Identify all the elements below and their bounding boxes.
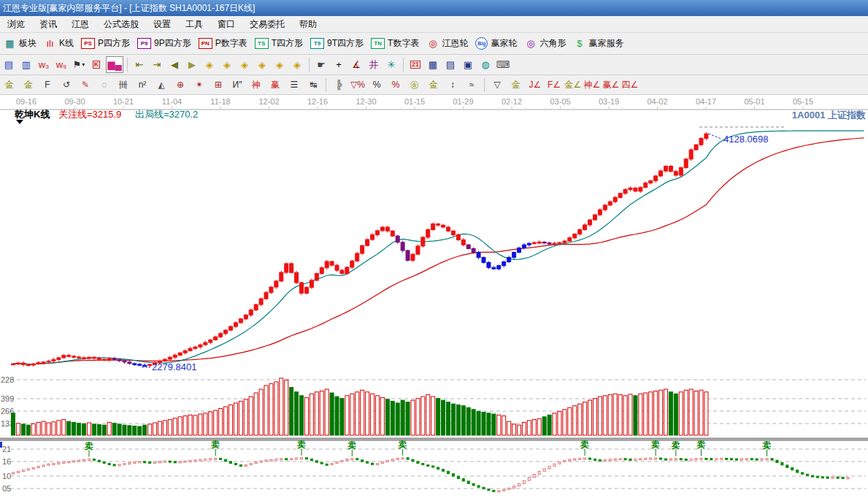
percent-tri-button[interactable]: ▽% [349, 77, 366, 93]
doc-blue-button[interactable]: ▤ [1, 57, 17, 72]
candle-body [466, 245, 470, 248]
gold-grid1-button[interactable]: 金 [1, 77, 18, 93]
cup-icon: ▽ [493, 80, 500, 89]
p-square-button[interactable]: PSP四方形 [81, 37, 130, 50]
kline-frame-button[interactable]: K [88, 57, 104, 72]
calculator-button[interactable]: ▦ [425, 57, 441, 72]
indicator-name-label[interactable]: 乾坤K线 [15, 109, 50, 120]
indicator-dropdown-icon[interactable] [16, 120, 23, 124]
gold-circle-button[interactable]: ㊎ [406, 77, 423, 93]
t-table-button[interactable]: TNT数字表 [371, 37, 419, 50]
workstation-button[interactable]: ⌨ [495, 57, 511, 72]
zoom-h-button[interactable]: ◈ [237, 57, 253, 72]
chart-canvas[interactable]: 09-1609-3010-2111-0411-1812-0212-1612-30… [0, 95, 868, 498]
crosshair-button[interactable]: + [331, 57, 347, 72]
menu-item-2[interactable]: 江恩 [64, 18, 96, 31]
menu-item-1[interactable]: 资讯 [32, 18, 64, 31]
t-square-button[interactable]: TST四方形 [255, 37, 303, 50]
ying-angle-button[interactable]: 赢∠ [602, 77, 620, 93]
toolbar-separator [326, 78, 326, 92]
ying-button[interactable]: 赢 [266, 77, 284, 93]
kline-button[interactable]: ılıK线 [44, 37, 74, 50]
winner-wheel-button[interactable]: Big赢家轮 [475, 37, 517, 50]
candle-body [92, 357, 96, 359]
stats-frame-button[interactable]: ╠ [330, 77, 347, 93]
spiral-button[interactable]: ↺ [58, 77, 75, 93]
9t-square-button[interactable]: T99T四方形 [310, 37, 364, 50]
smart-button[interactable]: ✳ [383, 57, 399, 72]
gann-web-button[interactable]: ✴ [191, 77, 208, 93]
chart-style-button[interactable]: ▆▄ [106, 56, 123, 73]
n-square-button[interactable]: n² [134, 77, 151, 93]
boxed-web-button[interactable]: ⊞ [210, 77, 227, 93]
compress-button[interactable]: ◈ [254, 57, 270, 72]
next-bar-button[interactable]: ▶ [184, 57, 200, 72]
speed-line-button[interactable]: И″ [228, 77, 246, 93]
menu-item-5[interactable]: 工具 [178, 18, 210, 31]
gann-grid-button[interactable]: 井 [366, 57, 382, 72]
panel-splitter[interactable] [0, 438, 868, 441]
f-grid-button[interactable]: F [39, 77, 56, 93]
p-table-button[interactable]: PNP数字表 [199, 37, 247, 50]
gold-angle-button[interactable]: 金∠ [564, 77, 582, 93]
indicator-mark [533, 474, 535, 477]
hexagon-button[interactable]: ◎六角形 [524, 37, 566, 50]
wave9-button[interactable]: w₉ [53, 57, 69, 72]
price-mark-button[interactable]: ↕ [444, 77, 461, 93]
menu-item-4[interactable]: 设置 [146, 18, 178, 31]
calendar-button[interactable]: 21 [407, 57, 423, 72]
j-angle-button[interactable]: J∠ [526, 77, 544, 93]
si-angle-button[interactable]: 四∠ [621, 77, 639, 93]
sector-button[interactable]: ▦板块 [4, 37, 37, 50]
burst-button[interactable]: ◈ [272, 57, 288, 72]
web-icon: ✴ [196, 80, 203, 89]
zoom-right-button[interactable]: ◈ [219, 57, 235, 72]
wave3-button[interactable]: w₃ [36, 57, 52, 72]
menu-item-3[interactable]: 公式选股 [96, 18, 146, 31]
indicator-mark [47, 464, 50, 465]
flag-button[interactable]: ⚑▾ [71, 57, 87, 72]
indicator-mark [381, 462, 383, 464]
brush-button[interactable]: ✎ [77, 77, 94, 93]
menu-item-8[interactable]: 帮助 [292, 18, 324, 31]
ruler123-button[interactable]: ☰ [285, 77, 303, 93]
save-button[interactable]: ▣ [460, 57, 476, 72]
expand-button[interactable]: ◈ [289, 57, 305, 72]
date-label: 12-30 [356, 97, 376, 106]
last-bar-button[interactable]: ⇥ [149, 57, 165, 72]
9p-square-button[interactable]: P99P四方形 [137, 37, 191, 50]
zoom-left-button[interactable]: ◈ [201, 57, 218, 72]
hand-button[interactable]: ☛ [313, 57, 329, 72]
angle-measure-button[interactable]: ∡ [348, 57, 364, 72]
chart-area[interactable]: 09-1609-3010-2111-0411-1812-0212-1612-30… [0, 95, 868, 498]
menu-item-0[interactable]: 浏览 [0, 18, 32, 31]
winner-service-button[interactable]: $赢家服务 [573, 37, 623, 50]
wave-fit-button[interactable]: ≈ [463, 77, 480, 93]
shen-angle-button[interactable]: 神∠ [583, 77, 601, 93]
first-bar-button[interactable]: ⇤ [131, 57, 147, 72]
width-measure-button[interactable]: ↹ [304, 77, 322, 93]
tick-ruler-button[interactable]: 卌 [115, 77, 132, 93]
n2-icon: n² [139, 80, 147, 89]
angle-a-button[interactable]: ◭ [153, 77, 170, 93]
circle-cross-button[interactable]: ⊕ [172, 77, 189, 93]
f-angle-button[interactable]: F∠ [545, 77, 563, 93]
gold-grid2-button[interactable]: 金 [20, 77, 37, 93]
percent-line-button[interactable]: % [387, 77, 404, 93]
gold-line-button[interactable]: 金 [507, 77, 525, 93]
compass-button[interactable]: ◌ [96, 77, 113, 93]
gold-lines-button[interactable]: 金 [425, 77, 442, 93]
notes-button[interactable]: ▤ [442, 57, 458, 72]
web-button[interactable]: ◍ [477, 57, 493, 72]
indicator-mark [412, 459, 414, 461]
cup-button[interactable]: ▽ [488, 77, 506, 93]
prev-bar-button[interactable]: ◀ [166, 57, 183, 72]
menu-item-6[interactable]: 窗口 [210, 18, 242, 31]
gann-wheel-button[interactable]: ◎江恩轮 [426, 37, 468, 50]
info-doc-button[interactable]: ▥ [18, 57, 34, 72]
window-titlebar[interactable]: 江恩专业版[赢家内部服务平台] - [上证指数 SH1A0001-167日K线] [0, 0, 868, 16]
indicator-partial-glyph [0, 442, 2, 448]
percent-button[interactable]: % [368, 77, 385, 93]
menu-item-7[interactable]: 交易委托 [242, 18, 292, 31]
shen-button[interactable]: 神 [247, 77, 265, 93]
